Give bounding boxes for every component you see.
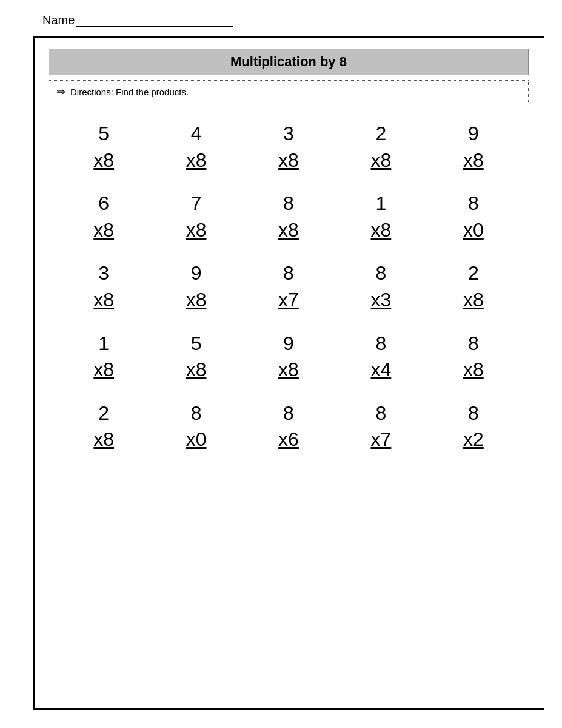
top-number: 2 — [98, 401, 109, 426]
bottom-number: x8 — [93, 218, 114, 243]
bottom-number: x8 — [186, 288, 207, 313]
top-number: 2 — [468, 261, 479, 286]
bottom-number: x7 — [278, 288, 299, 313]
top-number: 1 — [375, 191, 386, 217]
top-number: 1 — [98, 331, 109, 357]
top-number: 9 — [468, 121, 479, 147]
bottom-number: x8 — [93, 357, 114, 383]
problem: 2x8 — [338, 121, 424, 173]
problem: 9x8 — [246, 331, 332, 383]
top-number: 3 — [98, 261, 109, 286]
top-number: 5 — [98, 121, 109, 147]
top-number: 8 — [375, 331, 386, 357]
problem: 8x0 — [430, 191, 517, 243]
bottom-number: x8 — [186, 357, 207, 383]
top-number: 4 — [191, 121, 202, 147]
directions-box: ⇒ Directions: Find the products. — [49, 80, 529, 103]
problem: 3x8 — [246, 121, 332, 173]
bottom-number: x8 — [93, 148, 114, 174]
bottom-number: x0 — [186, 427, 207, 453]
problem: 8x7 — [246, 261, 332, 312]
top-number: 6 — [98, 191, 109, 217]
top-number: 8 — [283, 401, 294, 426]
problem: 2x8 — [61, 401, 147, 453]
border-top — [33, 36, 544, 38]
bottom-number: x0 — [463, 218, 484, 243]
top-number: 8 — [375, 401, 386, 426]
top-number: 8 — [283, 261, 294, 286]
worksheet-title: Multiplication by 8 — [49, 49, 529, 75]
bottom-number: x2 — [463, 427, 484, 453]
problem: 8x8 — [246, 191, 332, 243]
top-number: 8 — [283, 191, 294, 217]
problem: 5x8 — [61, 121, 147, 173]
bottom-number: x8 — [278, 218, 299, 243]
problem: 9x8 — [153, 261, 239, 312]
top-number: 8 — [468, 401, 479, 426]
problem: 8x0 — [153, 401, 239, 453]
top-number: 3 — [283, 121, 294, 147]
top-number: 8 — [468, 191, 479, 217]
bottom-number: x8 — [278, 148, 299, 174]
problem: 9x8 — [430, 121, 517, 173]
top-number: 8 — [468, 331, 479, 357]
name-label: Name — [42, 13, 75, 27]
border-bottom — [33, 708, 544, 710]
bottom-number: x4 — [370, 357, 391, 383]
problem: 4x8 — [153, 121, 239, 173]
bottom-number: x7 — [370, 427, 391, 453]
main-content: Multiplication by 8 ⇒ Directions: Find t… — [36, 42, 541, 707]
problem: 8x3 — [338, 261, 424, 312]
worksheet-page: Name Multiplication by 8 ⇒ Directions: F… — [0, 0, 562, 728]
problem: 2x8 — [430, 261, 517, 312]
problem: 8x2 — [430, 401, 517, 453]
top-number: 2 — [375, 121, 386, 147]
bottom-number: x8 — [463, 148, 484, 174]
problem: 8x6 — [246, 401, 332, 453]
bottom-number: x8 — [278, 357, 299, 383]
arrow-icon: ⇒ — [56, 85, 65, 98]
bottom-number: x8 — [186, 218, 207, 243]
name-line[interactable] — [76, 14, 233, 27]
problem: 8x8 — [430, 331, 517, 383]
top-number: 9 — [283, 331, 294, 357]
bottom-number: x6 — [278, 427, 299, 453]
bottom-number: x8 — [463, 357, 484, 383]
top-number: 7 — [191, 191, 202, 217]
bottom-number: x3 — [370, 288, 391, 313]
top-number: 8 — [191, 401, 202, 426]
problem: 7x8 — [153, 191, 239, 243]
problems-grid: 5x84x83x82x89x86x87x88x81x88x03x89x88x78… — [49, 115, 529, 459]
problem: 5x8 — [153, 331, 239, 383]
bottom-number: x8 — [93, 427, 114, 453]
bottom-number: x8 — [370, 218, 391, 243]
problem: 8x4 — [338, 331, 424, 383]
problem: 8x7 — [338, 401, 424, 453]
bottom-number: x8 — [463, 288, 484, 313]
bottom-number: x8 — [186, 148, 207, 174]
bottom-number: x8 — [370, 148, 391, 174]
top-number: 9 — [191, 261, 202, 286]
bottom-number: x8 — [93, 288, 114, 313]
top-number: 8 — [375, 261, 386, 286]
problem: 3x8 — [61, 261, 147, 312]
name-area: Name — [42, 13, 233, 27]
problem: 1x8 — [61, 331, 147, 383]
border-left — [33, 36, 35, 710]
problem: 6x8 — [61, 191, 147, 243]
problem: 1x8 — [338, 191, 424, 243]
top-number: 5 — [191, 331, 202, 357]
directions-text: Directions: Find the products. — [70, 87, 189, 97]
